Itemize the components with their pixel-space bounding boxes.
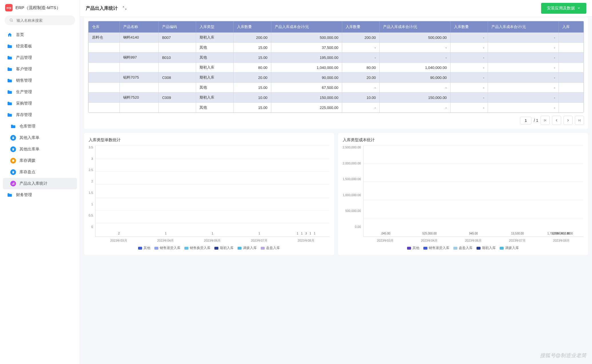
legend-item[interactable]: 盘盈入库 xyxy=(261,246,280,250)
table-cell xyxy=(559,103,584,113)
svg-point-0 xyxy=(10,19,12,21)
table-cell xyxy=(559,83,584,93)
table-cell xyxy=(559,93,584,103)
table-header[interactable]: 产品名称 xyxy=(120,21,159,33)
legend-item[interactable]: 调拨入库 xyxy=(238,246,257,250)
page-title: 产品出入库统计 xyxy=(86,5,118,11)
table-cell: - xyxy=(488,53,559,63)
sidebar-item-产品管理[interactable]: 产品管理 xyxy=(3,52,77,63)
table-header[interactable]: 仓库 xyxy=(89,21,120,33)
legend-item[interactable]: 其他 xyxy=(407,246,419,250)
table-row[interactable]: 其他15.0037,500.00---- xyxy=(89,43,584,53)
table-cell: - xyxy=(379,103,450,113)
home-icon xyxy=(7,32,13,38)
table-cell: 锡料7520 xyxy=(120,93,159,103)
table-cell xyxy=(159,83,196,93)
table-header[interactable]: 入库数量 xyxy=(342,21,379,33)
table-row[interactable]: 铝料7075C008期初入库20.0090,000.0020.0090,000.… xyxy=(89,73,584,83)
table-row[interactable]: 原料仓钢料4140B007期初入库200.00500,000.00200.005… xyxy=(89,33,584,43)
nav-label: 其他入库单 xyxy=(19,135,39,140)
table-cell: - xyxy=(488,63,559,73)
legend-swatch xyxy=(500,247,504,250)
data-table[interactable]: 仓库产品名称产品编码入库类型入库数量产品入库成本合计/元入库数量产品入库成本合计… xyxy=(88,21,584,113)
nav-label: 库存调拨 xyxy=(19,158,35,163)
sidebar-item-销售管理[interactable]: 销售管理 xyxy=(3,75,77,86)
sidebar-item-库存调拨[interactable]: 库存调拨 xyxy=(3,155,77,166)
sidebar-item-采购管理[interactable]: 采购管理 xyxy=(3,98,77,109)
table-cell xyxy=(89,103,120,113)
sidebar-item-其他入库单[interactable]: 其他入库单 xyxy=(3,132,77,144)
legend-item[interactable]: 销售退货入库 xyxy=(154,246,180,250)
pager-last-button[interactable] xyxy=(575,116,584,125)
pager-next-button[interactable] xyxy=(563,116,573,125)
search-box[interactable] xyxy=(5,15,75,25)
table-cell: - xyxy=(450,73,488,83)
table-cell: 225,000.00 xyxy=(271,103,342,113)
legend-item[interactable]: 盘盈入库 xyxy=(453,246,473,250)
svg-rect-8 xyxy=(12,160,14,162)
expand-icon[interactable] xyxy=(122,6,127,11)
doc-icon xyxy=(10,135,16,141)
svg-rect-11 xyxy=(13,172,14,172)
legend-item[interactable]: 其他 xyxy=(138,246,150,250)
chart-card: 入库类型成本统计 2,500,000.002,000,000.001,500,0… xyxy=(338,133,588,255)
bar-label: 1 xyxy=(310,232,311,235)
table-cell xyxy=(559,43,584,53)
table-header[interactable]: 入库类型 xyxy=(196,21,234,33)
sidebar-item-客户管理[interactable]: 客户管理 xyxy=(3,63,77,75)
sidebar-item-财务管理[interactable]: 财务管理 xyxy=(3,189,77,201)
table-header[interactable]: 产品入库成本合计/元 xyxy=(488,21,559,33)
legend-item[interactable]: 销售换货入库 xyxy=(184,246,210,250)
install-button[interactable]: 安装应用及数据 xyxy=(541,3,586,14)
legend-item[interactable]: 销售退货入库 xyxy=(423,246,449,250)
sidebar-item-生产管理[interactable]: 生产管理 xyxy=(3,86,77,98)
page-total: / 1 xyxy=(534,118,538,123)
legend-label: 期初入库 xyxy=(220,246,234,250)
table-header[interactable]: 产品入库成本合计/元 xyxy=(379,21,450,33)
table-cell: - xyxy=(488,43,559,53)
sidebar-item-库存盘点[interactable]: 库存盘点 xyxy=(3,166,77,178)
table-row[interactable]: 期初入库80.001,040,000.0080.001,040,000.00-- xyxy=(89,63,584,73)
legend-item[interactable]: 期初入库 xyxy=(477,246,496,250)
legend-item[interactable]: 期初入库 xyxy=(214,246,234,250)
legend-item[interactable]: 调拨入库 xyxy=(500,246,519,250)
table-cell: 200.00 xyxy=(234,33,271,43)
y-tick: 3 xyxy=(91,157,93,160)
table-cell: 195,000.00 xyxy=(271,53,342,63)
table-cell: 15.00 xyxy=(234,43,271,53)
table-header[interactable]: 产品入库成本合计/元 xyxy=(271,21,342,33)
sidebar-item-产品出入库统计[interactable]: 产品出入库统计 xyxy=(3,178,77,189)
table-header[interactable]: 入库数量 xyxy=(234,21,271,33)
pager-prev-button[interactable] xyxy=(552,116,561,125)
x-tick: 2023年03月 xyxy=(363,238,407,243)
table-cell xyxy=(559,53,584,63)
table-cell xyxy=(559,73,584,83)
table-row[interactable]: 锡料7520C009期初入库10.00150,000.0010.00150,00… xyxy=(89,93,584,103)
sidebar-item-经营看板[interactable]: 经营看板 xyxy=(3,41,77,52)
legend-swatch xyxy=(477,247,481,250)
legend-label: 销售退货入库 xyxy=(429,246,449,250)
table-header[interactable]: 产品编码 xyxy=(159,21,196,33)
table-cell: - xyxy=(450,83,488,93)
app-logo: erp xyxy=(5,4,13,11)
chart-grid: 211111311 xyxy=(95,146,329,237)
table-cell xyxy=(159,63,196,73)
pager-first-button[interactable] xyxy=(541,116,550,125)
sidebar-item-仓库管理[interactable]: 仓库管理 xyxy=(3,121,77,132)
table-header[interactable]: 入库 xyxy=(559,21,584,33)
table-cell: - xyxy=(342,53,379,63)
table-row[interactable]: 其他15.00225,000.00---- xyxy=(89,103,584,113)
table-cell: - xyxy=(379,53,450,63)
table-header[interactable]: 入库数量 xyxy=(450,21,488,33)
search-input[interactable] xyxy=(17,18,71,23)
table-row[interactable]: 铜料997B010其他15.00195,000.00---- xyxy=(89,53,584,63)
topbar: 产品出入库统计 安装应用及数据 xyxy=(80,0,592,17)
legend-swatch xyxy=(423,247,427,250)
legend-swatch xyxy=(238,247,242,250)
page-input[interactable] xyxy=(520,117,531,124)
sidebar-item-首页[interactable]: 首页 xyxy=(3,29,77,41)
table-cell: 150,000.00 xyxy=(271,93,342,103)
sidebar-item-库存管理[interactable]: 库存管理 xyxy=(3,109,77,121)
table-row[interactable]: 其他15.0067,500.00---- xyxy=(89,83,584,93)
sidebar-item-其他出库单[interactable]: 其他出库单 xyxy=(3,144,77,155)
